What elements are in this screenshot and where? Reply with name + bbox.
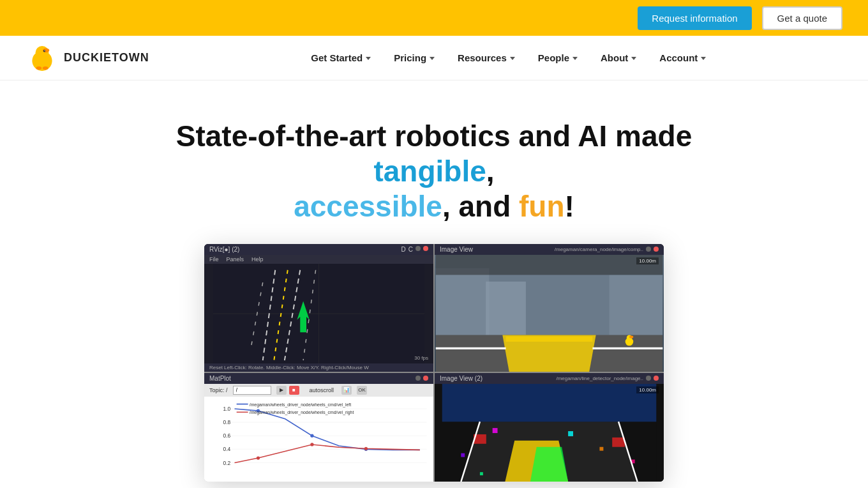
rviz-statusbar: Reset Left-Click: Rotate. Middle-Click: … [204,363,433,372]
cam-viewport: 10.00m [435,255,664,372]
close-icon [654,247,659,252]
chevron-down-icon [701,57,706,60]
get-a-quote-button[interactable]: Get a quote [762,6,842,30]
svg-rect-56 [442,384,657,422]
svg-rect-17 [436,268,490,335]
matplot-topic-input[interactable] [233,386,271,395]
hero-title: State-of-the-art robotics and AI made ta… [147,119,721,225]
rviz-titlebar: RViz[●] (2) D C [204,244,433,255]
logo-duck-icon [26,42,59,75]
svg-rect-18 [486,281,526,335]
svg-rect-58 [568,431,573,436]
nav-item-pricing[interactable]: Pricing [384,47,445,68]
seg-viewport: 10.00m [435,384,664,482]
close-icon [423,376,428,381]
seg-panel: Image View (2) /megaman/line_detector_no… [435,373,664,482]
minimize-icon [415,376,421,381]
cam-fps: 10.00m [636,257,659,264]
minimize-icon [646,376,651,381]
svg-text:/megaman/wheels_driver_node/wh: /megaman/wheels_driver_node/wheels_cmd/v… [250,410,354,415]
rviz-panel: RViz[●] (2) D C File Panels Help [204,244,433,372]
close-icon [423,246,428,251]
seg-fps: 10.00m [636,386,659,393]
cam-panel: Image View /megaman/camera_node/image/co… [435,244,664,372]
svg-text:0.2: 0.2 [223,459,231,466]
matplot-ok-icon[interactable]: OK [357,386,367,395]
svg-rect-19 [610,275,663,335]
top-bar: Request information Get a quote [0,0,868,36]
svg-rect-20 [436,255,663,275]
svg-text:0.4: 0.4 [223,446,231,452]
svg-text:1.0: 1.0 [223,406,231,412]
logo-link[interactable]: DUCKIETOWN [26,42,149,75]
nav-item-about[interactable]: About [590,47,647,68]
nav-links: Get Started Pricing Resources People Abo… [175,47,842,68]
svg-point-6 [43,66,49,70]
svg-point-28 [629,335,633,338]
rviz-menubar: File Panels Help [204,255,433,264]
svg-rect-55 [612,437,625,446]
svg-point-3 [43,50,45,52]
svg-point-1 [36,45,49,59]
svg-point-43 [257,456,260,459]
svg-point-41 [310,434,313,437]
svg-point-5 [36,66,41,70]
nav-item-resources[interactable]: Resources [447,47,525,68]
screenshot-grid: RViz[●] (2) D C File Panels Help [204,244,664,482]
matplot-panel: MatPlot Topic: / ▶ ■ autoscroll 📊 OK [204,373,433,482]
svg-rect-57 [493,428,498,433]
hero-screenshot: RViz[●] (2) D C File Panels Help [204,244,664,482]
close-icon [654,376,659,381]
chevron-down-icon [366,57,371,60]
matplot-titlebar: MatPlot [204,373,433,384]
matplot-play-icon[interactable]: ▶ [276,386,287,395]
svg-rect-59 [599,446,603,450]
minimize-icon [415,246,421,251]
svg-marker-53 [530,446,568,481]
matplot-stop-icon[interactable]: ■ [289,386,299,395]
matplot-icons: ▶ ■ [276,386,299,395]
chevron-down-icon [631,57,636,60]
seg-titlebar: Image View (2) /megaman/line_detector_no… [435,373,664,384]
svg-text:0.8: 0.8 [223,419,231,425]
nav-item-account[interactable]: Account [649,47,716,68]
chevron-down-icon [572,57,578,60]
minimize-icon [646,247,651,252]
navbar: DUCKIETOWN Get Started Pricing Resources… [0,36,868,80]
svg-rect-62 [480,472,483,475]
matplot-chart: 1.0 0.8 0.6 0.4 0.2 [204,397,433,482]
svg-point-4 [44,50,45,50]
cam-titlebar: Image View /megaman/camera_node/image/co… [435,244,664,255]
rviz-fps: 30 fps [414,355,428,361]
request-information-button[interactable]: Request information [638,6,751,30]
svg-rect-23 [506,336,593,341]
svg-point-44 [310,443,313,446]
chevron-down-icon [430,57,435,60]
nav-item-get-started[interactable]: Get Started [301,47,381,68]
hero-section: State-of-the-art robotics and AI made ta… [0,80,868,488]
nav-item-people[interactable]: People [528,47,588,68]
logo-text: DUCKIETOWN [64,51,149,65]
svg-rect-61 [461,453,465,457]
svg-text:0.6: 0.6 [223,432,231,439]
matplot-topic-bar: Topic: / ▶ ■ autoscroll 📊 OK [204,384,433,397]
rviz-viewport: 30 fps [204,264,433,363]
svg-text:/megaman/wheels_driver_node/wh: /megaman/wheels_driver_node/wheels_cmd/v… [250,402,351,407]
chevron-down-icon [510,57,515,60]
matplot-chart-icon[interactable]: 📊 [341,386,352,395]
svg-point-45 [364,446,368,450]
